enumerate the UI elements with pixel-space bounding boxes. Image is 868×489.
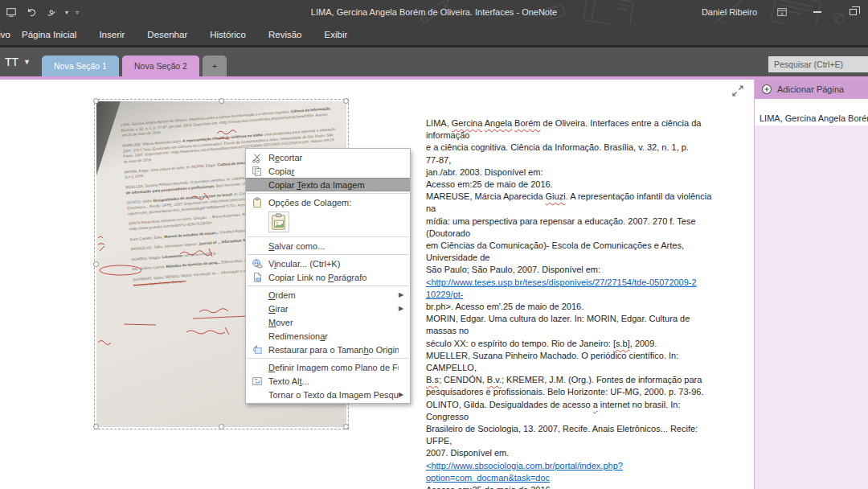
plus-circle-icon (761, 84, 772, 95)
menu-item-copiar[interactable]: Copiar (246, 164, 410, 178)
paste-options-row (246, 209, 410, 235)
qat-dropdown-icon[interactable]: ▾ (65, 9, 68, 16)
menu-item-texto-alt[interactable]: Texto Alt... (246, 374, 410, 388)
section-tab-nova-seção-1[interactable]: Nova Seção 1 (42, 55, 119, 76)
image-resize-handle[interactable] (93, 98, 99, 104)
ribbon-tab-inserir[interactable]: Inserir (88, 24, 136, 45)
menu-item-redimensionar[interactable]: Redimensionar (246, 329, 410, 343)
menu-item-restaurar-para-o-tamanho-original[interactable]: Restaurar para o Tamanho Original (246, 343, 410, 356)
signed-in-user[interactable]: Daniel Ribeiro (702, 7, 757, 17)
qat-customize-icon[interactable]: ▿ (76, 9, 79, 16)
note-text-body[interactable]: LIMA, Gercina Angela Borém de Oliveira. … (426, 117, 741, 489)
image-resize-handle[interactable] (219, 424, 224, 429)
note-text-line: MAREUSE, Márcia Aparecida Giuzi. A repre… (426, 191, 741, 203)
restore-button[interactable] (842, 5, 863, 19)
menu-item-label: Texto Alt... (268, 376, 399, 386)
minimize-button[interactable] (807, 5, 828, 19)
menu-item-recortar[interactable]: Recortar (246, 150, 410, 164)
note-text-line: MORIN, Edgar. Uma cultura do lazer. In: … (426, 313, 741, 325)
submenu-arrow-icon: ▶ (399, 291, 410, 298)
paste-option-keep-image-icon[interactable] (268, 212, 289, 232)
notebook-label: TT (5, 55, 18, 68)
menu-item-ordem[interactable]: Ordem▶ (246, 288, 410, 302)
note-text-line: massas no (426, 325, 741, 337)
note-text-line: br.ph>. Acesso em'.25 de maio de 2016. (426, 301, 741, 313)
note-text-line: (Doutorado (426, 228, 741, 240)
full-page-view-icon[interactable] (731, 84, 746, 99)
note-text-line: B.s; CENDÓN, B.v.; KREMER, J.M. (Org.). … (426, 374, 741, 386)
ribbon-tab-revisão[interactable]: Revisão (257, 24, 313, 45)
undo-icon[interactable] (25, 6, 38, 18)
note-text-line: informação (426, 129, 741, 142)
ribbon-tab-página-inicial[interactable]: Página Inicial (10, 24, 88, 45)
menu-item-label: Copiar Link no Parágrafo (268, 273, 399, 282)
hyperlink[interactable]: <http://www.sbsociologia.com.br/portal/i… (426, 461, 623, 471)
window-title: LIMA, Gercina Angela Borém de Oliveira. … (161, 0, 707, 24)
menu-item-label: Redimensionar (268, 331, 399, 341)
onenote-window: ▾ ▿ LIMA, Gercina Angela Borém de Olivei… (0, 0, 868, 489)
image-resize-handle[interactable] (93, 261, 99, 267)
hyperlink[interactable]: 10229/pt- (426, 290, 463, 299)
menu-item-girar[interactable]: Girar▶ (246, 302, 410, 315)
page-list-item-selected[interactable]: LIMA, Gercina Angela Borém (755, 99, 868, 125)
note-text-line: OLINTO, Gilda. Desigualdades de acesso a… (426, 399, 741, 411)
titlebar: ▾ ▿ LIMA, Gercina Angela Borém de Olivei… (0, 0, 868, 24)
app-icon[interactable] (5, 6, 18, 18)
ribbon-tab-desenhar[interactable]: Desenhar (136, 24, 199, 45)
menu-separator (247, 254, 409, 255)
ribbon-tab-histórico[interactable]: Histórico (199, 24, 257, 45)
ribbon-tab-exibir[interactable]: Exibir (313, 24, 359, 45)
copy-icon (246, 166, 268, 177)
note-text-line: Universidade de (426, 252, 741, 264)
hyperlink[interactable]: option=com_docman&task=doc (426, 473, 550, 483)
notebook-switcher[interactable]: TT ▼ (5, 47, 31, 76)
note-text-line: 77-87, (426, 154, 741, 166)
note-text-line: <http://www.sbsociologia.com.br/portal/i… (426, 460, 741, 472)
link-icon (246, 258, 268, 269)
menu-item-copiar-texto-da-imagem[interactable]: Copiar Texto da Imagem (246, 178, 410, 191)
quick-access-toolbar: ▾ ▿ (5, 3, 79, 21)
menu-item-label: Definir Imagem como Plano de Fundo (268, 363, 399, 372)
menu-item-label: Copiar Texto da Imagem (268, 180, 399, 190)
note-text-line: Acesso em:25 de maio de 2016. (426, 179, 741, 191)
note-text-line: option=com_docman&task=doc (426, 472, 741, 484)
menu-item-label: Girar (268, 304, 399, 314)
note-text-line: Acesso em:25 de maio de 2016. (426, 484, 741, 489)
hyperlink[interactable]: <http://www.teses.usp.br/teses/disponive… (426, 277, 697, 287)
menu-item-opções-de-colagem[interactable]: Opções de Colagem: (246, 195, 410, 209)
submenu-arrow-icon: ▶ (399, 305, 410, 312)
ribbon-tab-bar: Arquivo Página InicialInserirDesenharHis… (0, 24, 868, 45)
image-resize-handle[interactable] (219, 98, 224, 104)
search-input[interactable]: Pesquisar (Ctrl+E) (768, 56, 868, 72)
ribbon-display-options-icon[interactable] (772, 5, 792, 19)
menu-item-mover[interactable]: Mover (246, 315, 410, 329)
menu-item-tornar-o-texto-da-imagem-pesquisável[interactable]: Tornar o Texto da Imagem Pesquisável▶ (246, 388, 410, 401)
lasso-select-icon[interactable] (45, 6, 58, 18)
image-resize-handle[interactable] (343, 424, 349, 429)
menu-item-label: Opções de Colagem: (268, 198, 399, 208)
image-resize-handle[interactable] (343, 98, 349, 104)
chevron-down-icon: ▼ (23, 58, 31, 66)
ribbon-tab-file[interactable]: Arquivo (0, 30, 10, 39)
menu-item-label: Recortar (268, 153, 399, 162)
menu-item-definir-imagem-como-plano-de-fundo[interactable]: Definir Imagem como Plano de Fundo (246, 360, 410, 374)
paste-icon (246, 197, 268, 208)
pagelink-icon (246, 272, 268, 283)
menu-item-label: Mover (268, 318, 399, 327)
section-tab-nova-seção-2[interactable]: Nova Seção 2 (122, 55, 199, 76)
menu-item-label: Tornar o Texto da Imagem Pesquisável (268, 390, 399, 400)
menu-item-vincular-ctrl-k[interactable]: Vincular... (Ctrl+K) (246, 257, 410, 270)
image-resize-handle[interactable] (93, 424, 99, 429)
add-section-tab[interactable]: + (203, 55, 227, 76)
note-text-line: mídia: uma perspectiva para repensar a e… (426, 216, 741, 228)
menu-item-copiar-link-no-parágrafo[interactable]: Copiar Link no Parágrafo (246, 270, 410, 284)
note-text-line: MUELLER, Suzana Pinheiro Machado. O peri… (426, 350, 741, 362)
note-text-line: pesquisadores e profissionais. Belo Hori… (426, 386, 741, 398)
note-text-line: e a ciência cognitiva. Ciência da Inform… (426, 142, 741, 154)
note-text-line: na (426, 203, 741, 215)
add-page-button[interactable]: Adicionar Página (755, 80, 868, 99)
menu-item-salvar-como[interactable]: Salvar como... (246, 239, 410, 253)
note-text-line: 10229/pt- (426, 289, 741, 301)
page-canvas[interactable]: LIMA, Gercina Angela Borém de Oliveira. … (0, 80, 754, 489)
restore-icon (246, 344, 268, 355)
